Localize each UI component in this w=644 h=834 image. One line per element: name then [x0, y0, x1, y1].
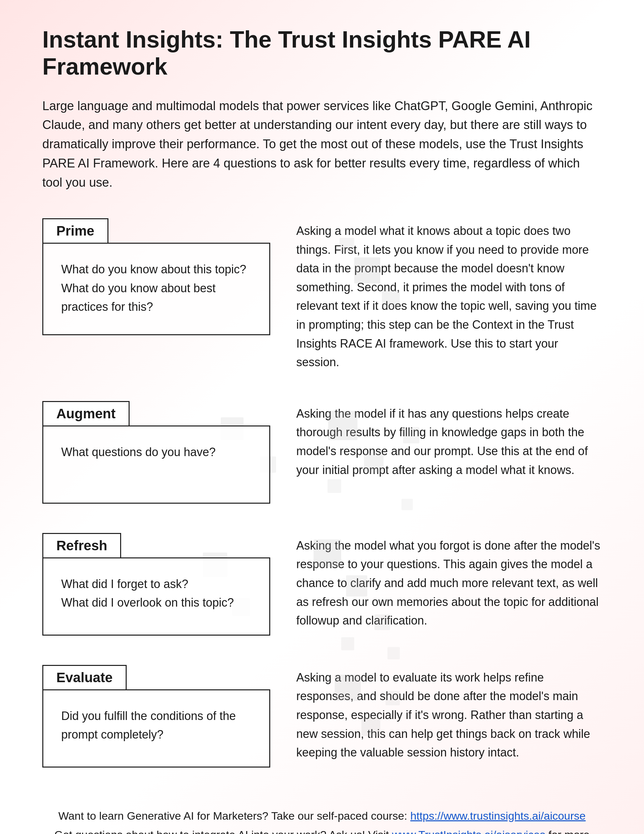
page-title: Instant Insights: The Trust Insights PAR…	[42, 26, 602, 80]
evaluate-box-text: Did you fulfill the conditions of the pr…	[61, 706, 251, 744]
evaluate-box: Did you fulfill the conditions of the pr…	[42, 689, 270, 768]
refresh-right: Asking the model what you forgot is done…	[296, 533, 602, 630]
augment-section: Augment What questions do you have? Aski…	[42, 401, 602, 504]
refresh-section: Refresh What did I forget to ask?What di…	[42, 533, 602, 635]
prime-box: What do you know about this topic?What d…	[42, 243, 270, 335]
intro-paragraph: Large language and multimodal models tha…	[42, 97, 602, 192]
refresh-description: Asking the model what you forgot is done…	[296, 536, 602, 630]
refresh-label: Refresh	[42, 533, 121, 558]
augment-left: Augment What questions do you have?	[42, 401, 270, 504]
refresh-box-text: What did I forget to ask?What did I over…	[61, 575, 251, 612]
prime-label: Prime	[42, 218, 108, 244]
footer-line1-text: Want to learn Generative AI for Marketer…	[58, 810, 410, 822]
footer-aiservices-link[interactable]: www.TrustInsights.ai/aiservices	[392, 828, 546, 834]
evaluate-label: Evaluate	[42, 665, 127, 690]
augment-box: What questions do you have?	[42, 425, 270, 504]
evaluate-left: Evaluate Did you fulfill the conditions …	[42, 665, 270, 768]
footer-line2-text: Got questions about how to integrate AI …	[54, 828, 392, 834]
prime-box-text: What do you know about this topic?What d…	[61, 260, 251, 316]
evaluate-section: Evaluate Did you fulfill the conditions …	[42, 665, 602, 768]
prime-left: Prime What do you know about this topic?…	[42, 218, 270, 335]
footer: Want to learn Generative AI for Marketer…	[42, 807, 602, 834]
augment-box-text: What questions do you have?	[61, 443, 251, 462]
footer-aicourse-link[interactable]: https://www.trustinsights.ai/aicourse	[410, 810, 586, 822]
augment-label: Augment	[42, 401, 129, 427]
footer-line1: Want to learn Generative AI for Marketer…	[42, 807, 602, 826]
refresh-left: Refresh What did I forget to ask?What di…	[42, 533, 270, 635]
footer-line2: Got questions about how to integrate AI …	[42, 826, 602, 834]
prime-section: Prime What do you know about this topic?…	[42, 218, 602, 372]
framework-sections: Prime What do you know about this topic?…	[42, 218, 602, 768]
refresh-box: What did I forget to ask?What did I over…	[42, 558, 270, 635]
